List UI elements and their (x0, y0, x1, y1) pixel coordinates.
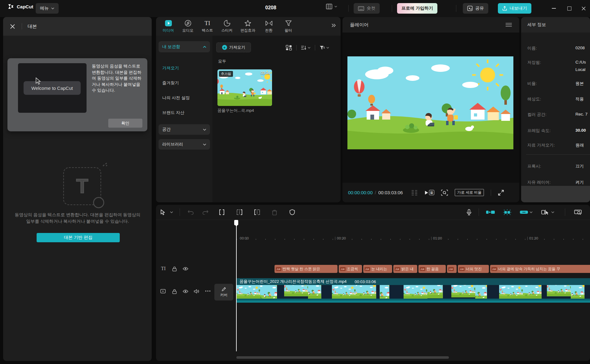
sort-button[interactable] (301, 45, 311, 50)
share-button[interactable]: 공유 (463, 3, 488, 14)
fullscreen-icon[interactable] (498, 190, 504, 196)
subtitle-clip[interactable]: A≡ (447, 265, 457, 273)
mask-button[interactable] (288, 208, 297, 217)
tab-effects[interactable]: 편집효과 (237, 17, 259, 36)
delete-button[interactable] (270, 208, 279, 217)
preview-axis-chevron[interactable] (551, 208, 555, 217)
playhead-handle[interactable] (234, 220, 238, 225)
timeline-ruler[interactable]: 00:00 00:30 01:00 01:30 (156, 220, 590, 228)
tab-filter[interactable]: 필터 (279, 17, 298, 36)
tab-text[interactable]: TI 텍스트 (198, 17, 217, 36)
link-clips-button[interactable] (520, 208, 528, 217)
filter-button[interactable] (320, 45, 329, 50)
nav-my-library[interactable]: 내 보관함 (159, 41, 210, 52)
sticker-icon (224, 20, 230, 27)
workspace-layout-button[interactable] (326, 3, 337, 10)
details-label: 컬러 공간: (527, 112, 547, 117)
video-track-more-button[interactable] (205, 290, 211, 292)
script-edit-button[interactable]: 대본 기반 편집 (37, 233, 120, 242)
details-label: 비율: (527, 81, 537, 86)
subtitle-clip[interactable]: A≡한 걸음 (418, 265, 446, 273)
layout-icon (326, 3, 333, 10)
grid-view-icon[interactable] (286, 45, 292, 50)
subtitle-clip[interactable]: A≡조금씩 (339, 265, 362, 273)
video-clip-filmstrip (236, 285, 590, 299)
media-icon (165, 20, 172, 27)
nav-favorites[interactable]: 즐겨찾기 (162, 80, 179, 86)
timeline-horizontal-scrollbar[interactable] (236, 356, 449, 359)
ripple-edit-button[interactable] (486, 208, 495, 217)
redo-button[interactable] (201, 208, 210, 217)
video-track-visibility-button[interactable] (183, 289, 188, 293)
record-voiceover-button[interactable] (465, 208, 473, 217)
subtitle-type-icon: A≡ (395, 267, 400, 271)
split-right-button[interactable] (253, 208, 261, 217)
player-viewport[interactable] (342, 33, 519, 183)
plus-icon: + (222, 45, 227, 50)
select-tool-chevron[interactable] (169, 208, 174, 217)
subtitle-type-icon: A≡ (276, 267, 281, 271)
preview-axis-button[interactable] (541, 208, 549, 217)
cover-button[interactable]: 커버 (214, 284, 233, 300)
maximize-button[interactable] (562, 3, 576, 14)
join-pro-button[interactable]: 프로에 가입하기 (397, 3, 437, 14)
tab-transition[interactable]: 전환 (259, 17, 279, 36)
subtitle-clip[interactable]: A≡너의 멋진 (458, 265, 489, 273)
confirm-button[interactable]: 확인 (108, 119, 142, 128)
edit-pencil-icon (221, 287, 226, 292)
aspect-ratio-button[interactable]: 가로 세로 비율 (455, 189, 484, 196)
magnetic-timeline-button[interactable] (503, 208, 512, 217)
preview-quality-button[interactable]: 풀 (425, 190, 434, 195)
frame-view-icon[interactable] (411, 190, 418, 195)
preview-zoom-icon[interactable] (441, 190, 448, 196)
details-label: 프레임 속도: (527, 128, 551, 134)
timeline-zoom-button[interactable] (574, 208, 582, 217)
nav-import[interactable]: 가져오기 (162, 65, 179, 71)
split-button[interactable] (217, 208, 226, 217)
nav-brand-assets[interactable]: 브랜드 자산 (162, 110, 184, 116)
playhead-line[interactable] (236, 220, 237, 351)
chevron-down-icon (51, 7, 54, 9)
media-clip-thumbnail[interactable]: 추가됨 03:04 (217, 69, 272, 106)
split-left-icon (236, 209, 243, 215)
export-button[interactable]: 내보내기 (498, 3, 531, 14)
details-label: 자유 레이어: (527, 180, 551, 185)
chevron-down-icon (530, 211, 533, 213)
tab-media[interactable]: 미디어 (159, 17, 178, 36)
subtitle-clip[interactable]: A≡반짝 햇살 한 스푼 맑은 (275, 265, 337, 273)
select-tool-button[interactable] (159, 208, 167, 217)
text-track-lock-button[interactable] (172, 266, 177, 271)
details-value: 끄기 (575, 164, 584, 169)
ruler-mark: 01:00 (431, 236, 442, 240)
text-track-visibility-button[interactable] (183, 267, 188, 271)
undo-button[interactable] (186, 208, 195, 217)
shortcut-button[interactable]: 숏컷 (354, 3, 380, 14)
capcut-logo-icon (7, 3, 14, 10)
nav-space[interactable]: 공간 (159, 124, 210, 135)
video-clip[interactable]: 꿈을꾸는어린이_2022 개나리전국창작동요축제 선정곡.mp4 00:03:0… (236, 278, 590, 303)
minimize-button[interactable] (547, 3, 561, 14)
shortcut-label: 숏컷 (367, 6, 375, 11)
subtitle-clip[interactable]: A≡눈 내리는 (363, 265, 392, 273)
nav-presets[interactable]: 나의 사전 설정 (162, 95, 190, 101)
nav-library[interactable]: 라이브러리 (159, 139, 210, 150)
filter-all-label[interactable]: 모두 (218, 59, 226, 64)
video-track-lock-button[interactable] (172, 289, 177, 294)
close-window-button[interactable] (576, 3, 590, 14)
menu-button[interactable]: 메뉴 (36, 3, 59, 14)
tab-sticker[interactable]: 스티커 (217, 17, 237, 36)
player-controls: 00:00:00:00 / 00:03:03:06 풀 가로 세로 비율 (342, 183, 519, 202)
link-clips-chevron[interactable] (529, 208, 533, 217)
import-button[interactable]: + 가져오기 (216, 42, 251, 52)
more-tabs-button[interactable] (331, 23, 336, 28)
player-menu-icon[interactable] (506, 23, 512, 27)
tab-audio[interactable]: 오디오 (178, 17, 198, 36)
subtitle-type-icon: A≡ (448, 267, 454, 271)
timeline-zoom-icon (574, 209, 582, 215)
subtitle-clip[interactable]: A≡너의 곁에 맘속 가득히 넘치는 꿈을 꾸 (490, 265, 590, 273)
split-left-button[interactable] (235, 208, 244, 217)
subtitle-clip[interactable]: A≡밝은 내 (393, 265, 417, 273)
divider (22, 23, 22, 29)
video-track-mute-button[interactable] (194, 289, 199, 294)
close-script-button[interactable] (3, 24, 22, 29)
